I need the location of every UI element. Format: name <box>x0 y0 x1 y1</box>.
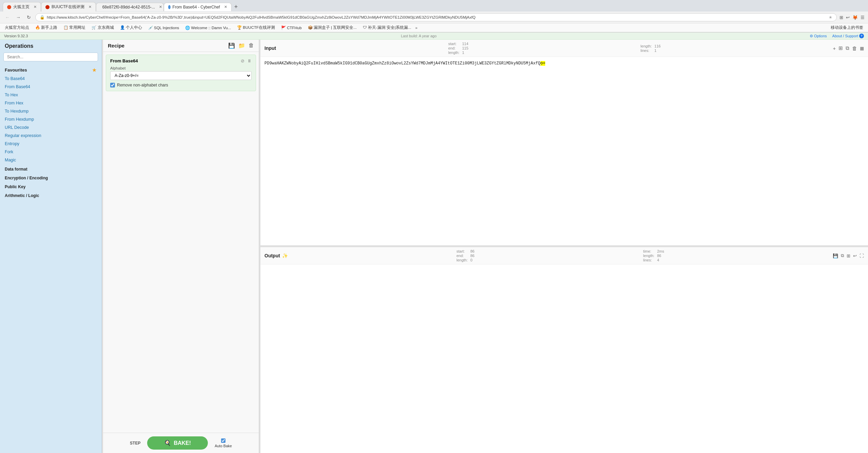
sidebar-item-magic[interactable]: Magic <box>0 156 101 164</box>
maximize-output-icon[interactable]: ⊞ <box>847 253 850 258</box>
pause-step-icon[interactable]: ⏸ <box>247 58 252 63</box>
step-label: STEP <box>130 441 140 446</box>
back-button[interactable]: ← <box>3 14 12 21</box>
output-section: Output ✨ start: 86 end: 86 length: 0 tim… <box>260 247 868 453</box>
load-recipe-icon[interactable]: 📁 <box>238 42 245 49</box>
input-lines-label: lines: <box>640 48 652 53</box>
extension-icon-3[interactable]: 🦊 <box>852 15 858 20</box>
app-container: Version 9.32.3 Last build: A year ago ⚙ … <box>0 33 868 453</box>
wand-icon[interactable]: ✨ <box>282 253 288 258</box>
input-end-label: end: <box>448 46 459 50</box>
last-build: Last build: A year ago <box>401 34 436 38</box>
output-end-label: end: <box>456 254 468 258</box>
options-link[interactable]: ⚙ Options <box>810 34 827 38</box>
sidebar-item-to-hex[interactable]: To Hex <box>0 91 101 99</box>
input-title: Input <box>264 45 276 51</box>
alphabet-select[interactable]: A-Za-z0-9+/= <box>110 71 252 80</box>
add-input-icon[interactable]: + <box>833 45 836 51</box>
grid-input-icon[interactable]: ▦ <box>860 46 864 51</box>
tab-close-1[interactable]: ✕ <box>34 5 37 9</box>
star-icon: ★ <box>92 67 97 73</box>
extension-icon-2[interactable]: ↩ <box>846 15 850 20</box>
extension-icon-4[interactable]: ☰ <box>861 15 865 20</box>
bookmark-firefox-official[interactable]: 火狐官方站点 <box>3 24 31 31</box>
about-link[interactable]: About / Support ? <box>832 34 864 38</box>
sidebar-item-from-base64[interactable]: From Base64 <box>0 83 101 91</box>
browser-chrome: 火狐主页 ✕ BUUCTF在线评测 ✕ 68e872f0-89dd-4c42-8… <box>0 0 868 33</box>
recipe-step-label: From Base64 <box>110 58 138 63</box>
sidebar-item-regex[interactable]: Regular expression <box>0 132 101 140</box>
gear-icon: ⚙ <box>810 34 813 38</box>
bookmark-common-sites[interactable]: 📋 常用网址 <box>61 24 87 31</box>
save-output-icon[interactable]: 💾 <box>833 253 838 258</box>
tab-buuctf[interactable]: BUUCTF在线评测 ✕ <box>41 2 96 12</box>
copy-output-icon[interactable]: ⧉ <box>841 253 844 258</box>
forward-button[interactable]: → <box>14 14 22 21</box>
mobile-bookmarks[interactable]: 移动设备上的书签 <box>829 24 865 31</box>
sidebar-item-fork[interactable]: Fork <box>0 148 101 156</box>
tab-close-2[interactable]: ✕ <box>88 5 92 9</box>
auto-bake-wrap: Auto Bake <box>215 438 232 448</box>
fullscreen-output-icon[interactable]: ⛶ <box>860 253 864 258</box>
tab-close-4[interactable]: ✕ <box>224 5 227 9</box>
paste-input-icon[interactable]: ⧉ <box>846 45 849 51</box>
sidebar-item-url-decode[interactable]: URL Decode <box>0 123 101 132</box>
delete-input-icon[interactable]: 🗑 <box>852 45 857 51</box>
sidebar-item-from-hexdump[interactable]: From Hexdump <box>0 115 101 123</box>
bookmark-buuctf[interactable]: 🏆 BUUCTF在线评测 <box>235 24 277 31</box>
tab-cyberchef[interactable]: From Base64 - CyberChef ✕ <box>164 3 232 11</box>
input-meta: start: 114 end: 115 length: 1 <box>448 42 468 55</box>
save-recipe-icon[interactable]: 💾 <box>228 42 235 49</box>
output-length-val: 0 <box>470 258 474 262</box>
input-start-label: start: <box>448 42 459 46</box>
folder-input-icon[interactable]: ⊞ <box>839 45 843 51</box>
input-length-total-val: 116 <box>654 44 660 48</box>
bookmark-butian[interactable]: 🛡 补天-漏洞 安全|系统漏... <box>361 24 413 31</box>
output-time-val: 2ms <box>657 249 664 253</box>
bookmark-jd[interactable]: 🛒 京东商城 <box>90 24 116 31</box>
input-length-sel-val: 1 <box>462 51 468 55</box>
address-bar[interactable]: 🔒 https://www.kitsch.live/CyberChef/#rec… <box>35 13 837 21</box>
sidebar-category-data-format: Data format <box>0 164 101 173</box>
extension-icon-1[interactable]: ⊞ <box>840 15 843 20</box>
bookmark-sql[interactable]: 💉 SQL Injections <box>146 25 181 31</box>
auto-bake-label: Auto Bake <box>215 444 232 448</box>
output-start-label: start: <box>456 249 468 253</box>
tab-close-3[interactable]: ✕ <box>159 5 162 9</box>
sidebar: Operations Favourites ★ To Base64 From B… <box>0 40 102 453</box>
tab-firefox-home[interactable]: 火狐主页 ✕ <box>3 2 41 12</box>
more-bookmarks[interactable]: » <box>415 26 417 30</box>
bookmark-vulnbox[interactable]: 📦 漏洞盒子 | 互联网安全... <box>306 24 359 31</box>
tab-uuid[interactable]: 68e872f0-89dd-4c42-8515-... ✕ <box>96 3 164 11</box>
auto-bake-checkbox[interactable] <box>221 438 225 443</box>
version-label: Version 9.32.3 <box>4 34 28 38</box>
bookmark-ctfhub[interactable]: 🚩 CTFHub <box>279 25 304 31</box>
clear-recipe-icon[interactable]: 🗑 <box>249 42 254 49</box>
undo-output-icon[interactable]: ↩ <box>853 253 857 258</box>
bookmark-personal[interactable]: 👤 个人中心 <box>118 24 144 31</box>
favourites-header: Favourites ★ <box>0 64 101 75</box>
input-section: Input start: 114 end: 115 length: 1 leng… <box>260 40 868 246</box>
io-panel: Input start: 114 end: 115 length: 1 leng… <box>260 40 868 453</box>
help-icon: ? <box>859 34 864 38</box>
tab-bar: 火狐主页 ✕ BUUCTF在线评测 ✕ 68e872f0-89dd-4c42-8… <box>0 0 868 12</box>
bookmark-dvwa[interactable]: 🌐 Welcome :: Damn Vu... <box>183 25 233 31</box>
refresh-button[interactable]: ↻ <box>25 14 33 21</box>
output-meta2: time: 2ms length: 86 lines: 4 <box>643 249 664 262</box>
bookmark-new-user[interactable]: 🔥 新手上路 <box>33 24 59 31</box>
recipe-panel: Recipe 💾 📁 🗑 From Base64 ⊘ ⏸ Alpha <box>103 40 259 453</box>
sidebar-item-to-hexdump[interactable]: To Hexdump <box>0 107 101 115</box>
sidebar-item-entropy[interactable]: Entropy <box>0 140 101 148</box>
sidebar-item-to-base64[interactable]: To Base64 <box>0 75 101 83</box>
search-input[interactable] <box>3 53 98 61</box>
new-tab-button[interactable]: + <box>232 3 241 11</box>
output-title-text: Output <box>264 253 280 258</box>
input-textarea[interactable]: PD9waHAKZWNobyAiQ2FuIHlvdSBmaW5kIG91dCB0… <box>260 57 868 245</box>
remove-nonalphabet-checkbox[interactable] <box>110 83 115 87</box>
disable-step-icon[interactable]: ⊘ <box>241 58 244 63</box>
bake-button[interactable]: 🍳 BAKE! <box>147 436 208 450</box>
toolbar-icons: ⊞ ↩ 🦊 ☰ <box>840 15 865 20</box>
sidebar-item-from-hex[interactable]: From Hex <box>0 99 101 107</box>
output-icons: 💾 ⧉ ⊞ ↩ ⛶ <box>833 253 864 258</box>
remove-nonalphabet-label: Remove non-alphabet chars <box>117 83 168 87</box>
